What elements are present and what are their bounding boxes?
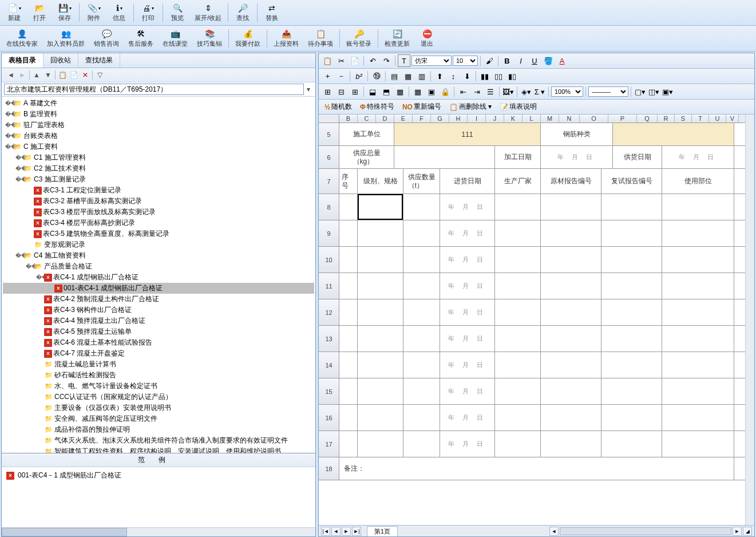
col-N[interactable]: N: [559, 114, 580, 123]
align-left-icon[interactable]: ▤: [388, 70, 401, 82]
cell-r15-c0[interactable]: [339, 378, 358, 404]
tree-node[interactable]: X表C3-2 基槽平面及标高实测记录: [3, 196, 314, 207]
indent-inc-icon[interactable]: ⇥: [470, 85, 483, 98]
nav-down-icon[interactable]: ▼: [43, 70, 53, 80]
cell-r13-c2[interactable]: [403, 326, 440, 352]
cell-r10-c4[interactable]: [495, 247, 541, 273]
tree-node[interactable]: 📁成品补偿器的预拉伸证明: [3, 424, 314, 435]
align-right-icon[interactable]: ▥: [415, 70, 428, 82]
待办事项-button[interactable]: 📋待办事项: [304, 27, 337, 50]
cell-r12-c4[interactable]: [495, 299, 541, 325]
cell-r15-c1[interactable]: [358, 378, 403, 404]
fill-color-icon[interactable]: 🪣: [542, 54, 555, 67]
信息-button[interactable]: ℹ▾信息: [107, 1, 131, 24]
cell-r16-c5[interactable]: [541, 405, 601, 431]
cell-r15-c5[interactable]: [541, 378, 601, 404]
tree-node[interactable]: X表C4-3 钢构件出厂合格证: [3, 305, 314, 315]
cell-r9-c5[interactable]: [541, 220, 601, 246]
indent-dec-icon[interactable]: ⇤: [457, 85, 469, 98]
tree-node[interactable]: X表C3-3 楼层平面放线及标高实测记录: [3, 207, 314, 218]
特殊符号-button[interactable]: Φ 特殊符号: [357, 101, 398, 113]
image-icon[interactable]: 🖼▾: [502, 85, 514, 98]
cell-r17-c1[interactable]: [358, 431, 403, 457]
cell-r14-c3[interactable]: 年 月 日: [440, 352, 495, 378]
cell-r12-c7[interactable]: [662, 299, 734, 325]
lock-icon[interactable]: 🔒: [439, 85, 452, 98]
cell-r11-c2[interactable]: [403, 273, 440, 299]
cell-r16-c4[interactable]: [495, 405, 541, 431]
col-G[interactable]: G: [431, 114, 449, 123]
nav-fwd-icon[interactable]: ►: [18, 70, 27, 80]
cell-r17-c6[interactable]: [601, 431, 662, 457]
tree-node[interactable]: ��📁C1 施工管理资料: [3, 152, 314, 163]
cell-r12-c3[interactable]: 年 月 日: [440, 299, 495, 325]
font-size-select[interactable]: 10: [453, 56, 478, 66]
zoom-select[interactable]: 100%: [551, 86, 583, 97]
superscript-icon[interactable]: b²: [353, 70, 365, 82]
画删除线-button[interactable]: 📋 画删除线 ▾: [446, 101, 495, 113]
cell-r12-c6[interactable]: [601, 299, 662, 325]
col-K[interactable]: K: [504, 114, 523, 123]
col-T[interactable]: T: [692, 114, 709, 123]
grid1-icon[interactable]: ▦: [411, 85, 424, 98]
账号登录-button[interactable]: 🔑账号登录: [342, 27, 375, 50]
cell-r10-c7[interactable]: [662, 247, 734, 273]
tree-toggle-icon[interactable]: ��: [5, 144, 12, 150]
cell-r11-c5[interactable]: [541, 273, 601, 299]
cell-r10-c1[interactable]: [358, 247, 403, 273]
tree-node[interactable]: X表C3-1 工程定位测量记录: [3, 185, 314, 196]
col-S[interactable]: S: [675, 114, 692, 123]
merge-icon[interactable]: ⬓: [366, 85, 379, 98]
circle-num-icon[interactable]: ⑲: [370, 70, 383, 82]
paste-icon[interactable]: 📄: [349, 54, 361, 67]
col-H[interactable]: H: [449, 114, 468, 123]
cell-r10-c5[interactable]: [541, 247, 601, 273]
cell-r9-c2[interactable]: [403, 220, 440, 246]
上报资料-button[interactable]: 📤上报资料: [270, 27, 303, 50]
查找-button[interactable]: 🔎查找: [231, 1, 255, 24]
col-U[interactable]: U: [709, 114, 726, 123]
left-tab-2[interactable]: 查找结果: [78, 53, 120, 68]
tree-toggle-icon[interactable]: ��: [15, 155, 22, 161]
cell-r17-c3[interactable]: 年 月 日: [440, 431, 495, 457]
tree-toggle-icon[interactable]: ��: [15, 252, 22, 259]
split-icon[interactable]: ⬒: [380, 85, 393, 98]
grid2-icon[interactable]: ▣: [425, 85, 438, 98]
delete-row-icon[interactable]: ⊟: [335, 85, 347, 98]
left-tab-0[interactable]: 表格目录: [2, 53, 43, 68]
cell-r8-c0[interactable]: [339, 194, 358, 220]
sheet-hscroll-left-icon[interactable]: ◄: [549, 527, 559, 536]
随机数-button[interactable]: ½ 随机数: [321, 101, 355, 113]
bars1-icon[interactable]: ▮▮: [478, 70, 491, 82]
valign-mid-icon[interactable]: ↕: [447, 70, 460, 82]
tree-toggle-icon[interactable]: ��: [36, 274, 43, 281]
cell-r9-c1[interactable]: [358, 220, 403, 246]
value-unit[interactable]: 111: [394, 123, 541, 145]
cell-r13-c0[interactable]: [339, 326, 358, 352]
row-head-10[interactable]: 10: [319, 247, 339, 273]
col-P[interactable]: P: [608, 114, 637, 123]
cell-r14-c5[interactable]: [541, 352, 601, 378]
cell-r11-c1[interactable]: [358, 273, 403, 299]
在线找专家-button[interactable]: 👤在线找专家: [2, 27, 42, 50]
重新编号-button[interactable]: NO 重新编号: [399, 101, 445, 113]
cell-r14-c1[interactable]: [358, 352, 403, 378]
cell-r12-c0[interactable]: [339, 299, 358, 325]
sheet-first-icon[interactable]: |◄: [321, 527, 330, 536]
tree-node[interactable]: 📁砂石碱活性检测报告: [3, 370, 314, 381]
cell-r16-c3[interactable]: 年 月 日: [440, 405, 495, 431]
cell-r16-c2[interactable]: [403, 405, 440, 431]
left-tab-1[interactable]: 回收站: [43, 53, 78, 68]
cell-r12-c5[interactable]: [541, 299, 601, 325]
cell-r9-c7[interactable]: [662, 220, 734, 246]
bars3-icon[interactable]: ▮▯: [506, 70, 518, 82]
tree-toggle-icon[interactable]: ��: [5, 133, 12, 139]
tree-toggle-icon[interactable]: ��: [26, 263, 33, 270]
tree-node[interactable]: X001-表C4-1 成型钢筋出厂合格证: [3, 283, 314, 294]
cell-r9-c3[interactable]: 年 月 日: [440, 220, 495, 246]
list-icon[interactable]: ☰: [484, 85, 497, 98]
cell-r11-c3[interactable]: 年 月 日: [440, 273, 495, 299]
tree-node[interactable]: X表C4-5 预拌混凝土运输单: [3, 326, 314, 337]
cell-r14-c0[interactable]: [339, 352, 358, 378]
example-item[interactable]: X 001-表C4－1 成型钢筋出厂合格证: [4, 469, 313, 481]
